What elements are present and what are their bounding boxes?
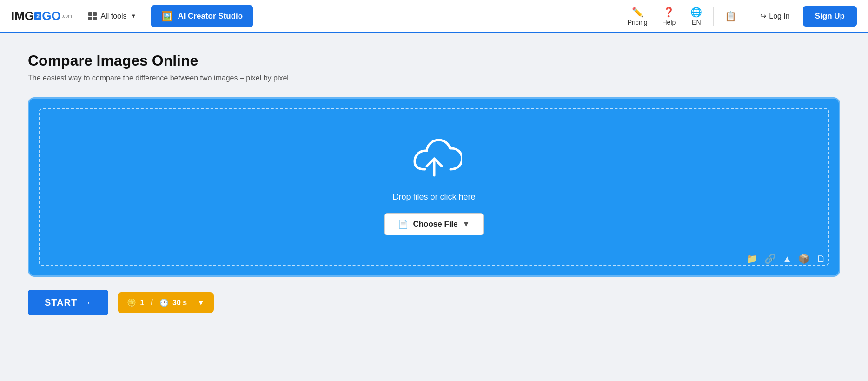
nav-help[interactable]: ❓ Help xyxy=(656,3,682,30)
quota-coin-count: 1 xyxy=(140,299,144,307)
logo-com: .com xyxy=(62,13,72,19)
clock-icon: 🕐 xyxy=(159,298,169,307)
header-nav: ✏️ Pricing ❓ Help 🌐 EN 📋 ↪ Log In Sign U… xyxy=(621,3,857,30)
start-button[interactable]: START → xyxy=(28,290,108,315)
folder-icon[interactable]: 📁 xyxy=(746,253,758,264)
copy-icon[interactable]: 🗋 xyxy=(816,254,826,264)
signup-button[interactable]: Sign Up xyxy=(803,6,857,27)
start-arrow-icon: → xyxy=(82,297,92,308)
ai-creator-label: AI Creator Studio xyxy=(178,12,243,21)
nav-history[interactable]: 📋 xyxy=(718,7,743,26)
page-subtitle: The easiest way to compare the differenc… xyxy=(28,74,840,82)
drop-text: Drop files or click here xyxy=(392,192,475,202)
all-tools-chevron-icon: ▼ xyxy=(131,13,137,20)
drive-icon[interactable]: ▲ xyxy=(782,254,792,264)
grid-icon xyxy=(88,12,97,20)
choose-file-label: Choose File xyxy=(413,220,457,229)
choose-file-button[interactable]: 📄 Choose File ▼ xyxy=(384,213,483,235)
pricing-icon: ✏️ xyxy=(632,7,643,18)
upload-area[interactable]: Drop files or click here 📄 Choose File ▼… xyxy=(28,97,840,277)
header-divider xyxy=(713,7,714,26)
login-label: Log In xyxy=(769,12,789,20)
history-icon: 📋 xyxy=(725,11,736,22)
all-tools-label: All tools xyxy=(100,12,126,20)
help-label: Help xyxy=(663,19,676,26)
pricing-label: Pricing xyxy=(628,19,648,26)
language-icon: 🌐 xyxy=(690,7,702,18)
drop-zone[interactable]: Drop files or click here 📄 Choose File ▼ xyxy=(39,108,829,266)
all-tools-button[interactable]: All tools ▼ xyxy=(83,8,142,24)
help-icon: ❓ xyxy=(663,7,675,18)
logo[interactable]: IMG 2 GO .com xyxy=(11,9,72,23)
signup-label: Sign Up xyxy=(815,12,845,20)
main-content: Compare Images Online The easiest way to… xyxy=(0,33,868,334)
upload-source-icons: 📁 🔗 ▲ 📦 🗋 xyxy=(746,253,826,264)
choose-file-chevron-icon: ▼ xyxy=(463,220,470,228)
ai-creator-icon: 🖼️ xyxy=(161,11,173,22)
quota-time: 🕐 30 s xyxy=(159,298,187,307)
login-arrow-icon: ↪ xyxy=(760,12,766,20)
file-icon: 📄 xyxy=(398,219,408,229)
cloud-upload-icon xyxy=(406,139,462,183)
quota-badge[interactable]: 🪙 1 / 🕐 30 s ▼ xyxy=(118,292,214,313)
header-divider-2 xyxy=(748,7,748,26)
bottom-bar: START → 🪙 1 / 🕐 30 s ▼ xyxy=(28,290,840,315)
ai-creator-button[interactable]: 🖼️ AI Creator Studio xyxy=(151,5,253,27)
quota-chevron-icon: ▼ xyxy=(197,299,205,307)
quota-coins: 🪙 1 xyxy=(127,298,144,307)
coin-icon: 🪙 xyxy=(127,298,136,307)
language-label: EN xyxy=(692,19,701,26)
nav-language[interactable]: 🌐 EN xyxy=(684,3,709,30)
start-label: START xyxy=(45,297,77,308)
quota-time-label: 30 s xyxy=(172,299,187,307)
link-icon[interactable]: 🔗 xyxy=(764,253,776,264)
dropbox-icon[interactable]: 📦 xyxy=(798,253,810,264)
quota-separator: / xyxy=(151,298,153,307)
page-title: Compare Images Online xyxy=(28,52,840,69)
nav-pricing[interactable]: ✏️ Pricing xyxy=(621,3,654,30)
login-button[interactable]: ↪ Log In xyxy=(753,8,797,24)
